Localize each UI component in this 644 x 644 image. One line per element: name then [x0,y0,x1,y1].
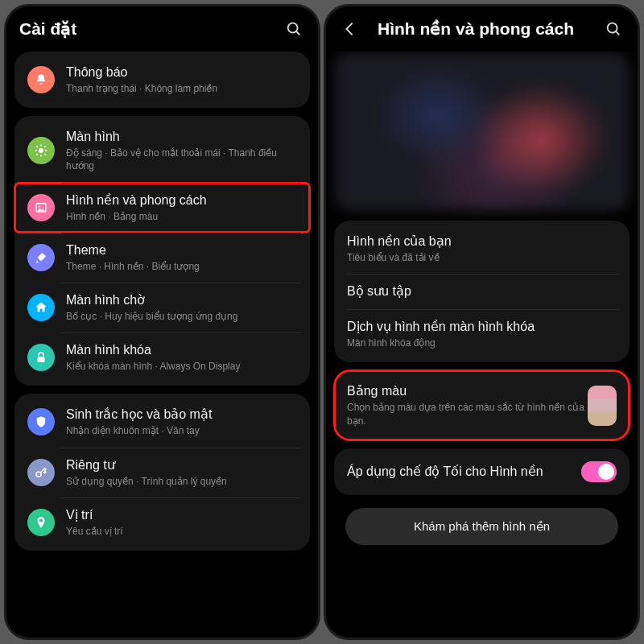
settings-row[interactable]: Màn hình khóaKiểu khóa màn hình · Always… [14,332,310,382]
toggle-switch[interactable] [581,461,617,482]
row-title: Theme [66,242,297,258]
lock-icon [27,344,55,371]
svg-line-8 [44,155,46,156]
settings-row[interactable]: Thông báoThanh trạng thái · Không làm ph… [14,55,310,105]
settings-group: Thông báoThanh trạng thái · Không làm ph… [14,52,310,108]
row-subtitle: Bố cục · Huy hiệu biểu tượng ứng dụng [66,310,297,323]
page-title: Cài đặt [19,19,273,39]
brush-icon [27,244,55,271]
row-title: Bộ sưu tập [347,283,617,299]
color-palette-card: Bảng màu Chọn bảng màu dựa trên các màu … [334,370,630,440]
brightness-icon [27,137,55,164]
settings-screen: Cài đặt Thông báoThanh trạng thái · Khôn… [6,6,318,638]
wallpaper-source-row[interactable]: Dịch vụ hình nền màn hình khóaMàn hình k… [334,309,630,359]
row-subtitle: Màn hình khóa động [347,336,617,349]
svg-line-9 [36,155,38,156]
row-title: Riêng tư [66,457,297,473]
pin-icon [27,509,55,536]
row-title: Màn hình chờ [66,292,297,308]
row-title: Áp dụng chế độ Tối cho Hình nền [347,464,581,480]
search-icon[interactable] [602,18,625,40]
wallpaper-source-row[interactable]: Hình nền của bạnTiêu biểu và đã tải về [334,224,630,274]
color-palette-row[interactable]: Bảng màu Chọn bảng màu dựa trên các màu … [334,374,630,436]
svg-rect-13 [38,357,45,362]
row-subtitle: Kiểu khóa màn hình · Always On Display [66,360,297,373]
settings-row[interactable]: Hình nền và phong cáchHình nền · Bảng mà… [14,183,310,233]
wallpaper-style-screen: Hình nền và phong cách Hình nền của bạnT… [326,6,638,638]
settings-row[interactable]: Riêng tưSử dụng quyền · Trình quản lý qu… [14,448,310,497]
svg-line-16 [616,31,619,35]
row-title: Hình nền và phong cách [66,192,297,208]
settings-group: Sinh trắc học và bảo mậtNhận diện khuôn … [14,394,310,551]
row-subtitle: Theme · Hình nền · Biểu tượng [66,260,297,273]
back-icon[interactable] [339,18,361,40]
row-title: Sinh trắc học và bảo mật [66,407,297,423]
dark-mode-wallpaper-card: Áp dụng chế độ Tối cho Hình nền [334,448,630,495]
picture-icon [27,194,55,221]
row-subtitle: Tiêu biểu và đã tải về [347,251,617,264]
settings-group: Màn hìnhĐộ sáng · Bảo vệ cho mắt thoải m… [14,116,310,386]
wallpaper-source-row[interactable]: Bộ sưu tập [334,274,630,309]
svg-line-10 [44,147,46,148]
settings-row[interactable]: ThemeTheme · Hình nền · Biểu tượng [14,233,310,283]
svg-point-15 [608,23,617,33]
row-title: Hình nền của bạn [347,233,617,250]
settings-header: Cài đặt [6,6,318,52]
row-title: Bảng màu [347,383,588,399]
row-subtitle: Thanh trạng thái · Không làm phiền [66,82,297,95]
row-title: Màn hình khóa [66,342,297,358]
svg-point-12 [39,205,40,207]
svg-point-2 [39,148,43,153]
row-subtitle: Độ sáng · Bảo vệ cho mắt thoải mái · Tha… [66,147,297,172]
wallpaper-preview[interactable] [334,52,630,211]
wallpaper-header: Hình nền và phong cách [326,6,638,52]
svg-line-7 [36,147,38,148]
row-subtitle: Nhận diện khuôn mặt · Vân tay [66,424,297,437]
row-title: Thông báo [66,64,297,80]
row-title: Vị trí [66,507,297,523]
key-icon [27,459,55,486]
svg-line-1 [296,31,299,35]
row-subtitle: Chọn bảng màu dựa trên các màu sắc từ hì… [347,401,588,427]
wallpaper-sources-card: Hình nền của bạnTiêu biểu và đã tải vềBộ… [334,221,630,362]
settings-row[interactable]: Màn hìnhĐộ sáng · Bảo vệ cho mắt thoải m… [14,119,310,182]
row-subtitle: Hình nền · Bảng màu [66,210,297,223]
dark-mode-toggle-row[interactable]: Áp dụng chế độ Tối cho Hình nền [334,452,630,492]
row-title: Dịch vụ hình nền màn hình khóa [347,319,617,335]
explore-wallpapers-button[interactable]: Khám phá thêm hình nền [345,508,618,545]
home-icon [27,294,55,321]
settings-row[interactable]: Sinh trắc học và bảo mậtNhận diện khuôn … [14,397,310,447]
page-title: Hình nền và phong cách [378,19,592,39]
row-subtitle: Yêu cầu vị trí [66,525,297,538]
bell-icon [27,66,55,93]
row-subtitle: Sử dụng quyền · Trình quản lý quyền [66,475,297,488]
svg-point-14 [36,472,41,477]
settings-row[interactable]: Vị tríYêu cầu vị trí [14,497,310,547]
search-icon[interactable] [283,18,305,40]
settings-row[interactable]: Màn hình chờBố cục · Huy hiệu biểu tượng… [14,283,310,332]
shield-icon [27,408,55,436]
svg-point-0 [288,23,298,33]
row-title: Màn hình [66,129,297,145]
palette-swatch-icon [588,386,617,426]
